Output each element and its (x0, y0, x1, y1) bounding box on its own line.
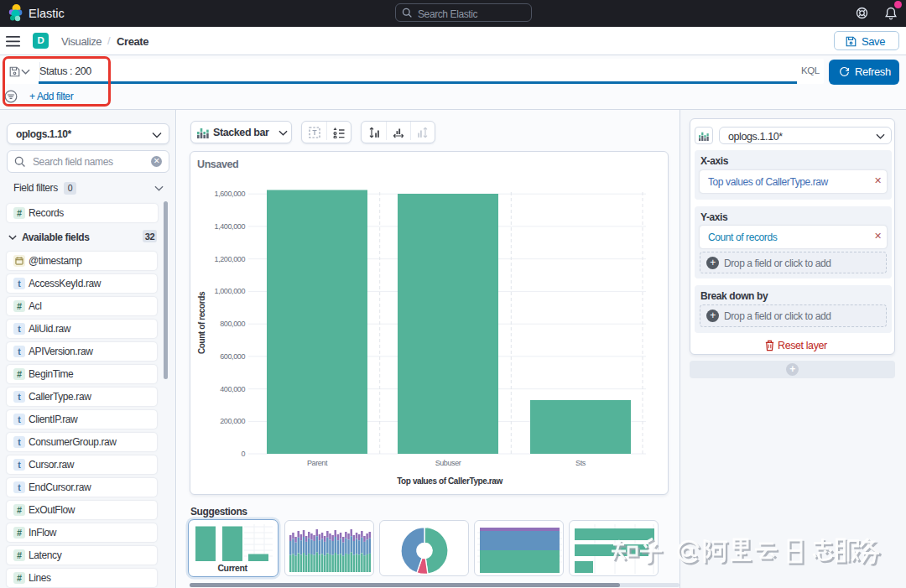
svg-text:Sts: Sts (575, 459, 586, 467)
svg-text:1,600,000: 1,600,000 (215, 190, 246, 198)
svg-text:Count of records: Count of records (197, 291, 206, 354)
svg-text:Subuser: Subuser (435, 459, 461, 467)
svg-text:1,000,000: 1,000,000 (215, 287, 246, 295)
svg-text:Parent: Parent (307, 459, 328, 467)
svg-text:400,000: 400,000 (220, 385, 245, 393)
svg-text:1,400,000: 1,400,000 (215, 222, 246, 231)
svg-text:1,200,000: 1,200,000 (215, 255, 246, 263)
svg-text:600,000: 600,000 (220, 352, 245, 361)
svg-text:800,000: 800,000 (220, 320, 245, 328)
svg-text:Top values of CallerType.raw: Top values of CallerType.raw (397, 476, 502, 486)
svg-text:200,000: 200,000 (220, 417, 245, 425)
svg-text:0: 0 (241, 450, 245, 458)
